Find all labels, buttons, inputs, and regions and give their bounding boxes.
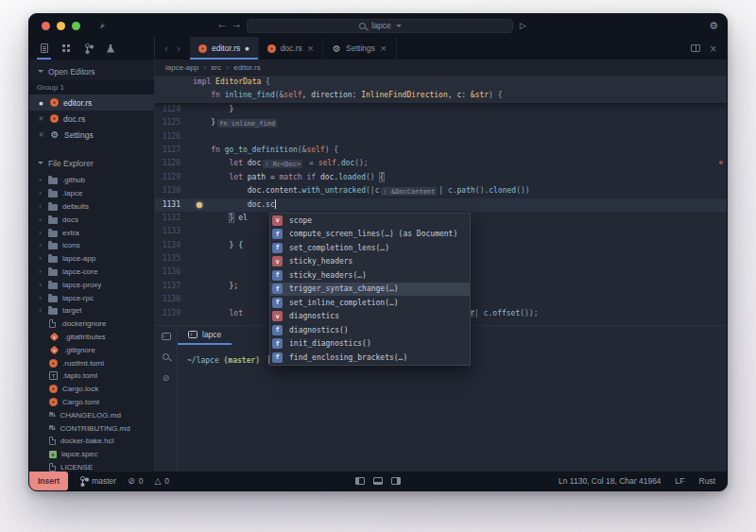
code-line[interactable]: 1128 let doc: Rc<Doc> = self.doc(); [155, 157, 727, 170]
warning-count[interactable]: △ 0 [154, 476, 169, 486]
activity-plugin[interactable] [60, 37, 72, 60]
folder-lapce-core[interactable]: ›lapce-core [29, 266, 154, 279]
open-editor-doc.rs[interactable]: ×doc.rs [29, 111, 154, 127]
file-Cargo.toml[interactable]: Cargo.toml [29, 396, 154, 409]
file-.dockerignore[interactable]: .dockerignore [29, 317, 154, 331]
cursor-position[interactable]: Ln 1130, Col 18, Char 41964 [558, 476, 662, 486]
tab-editor.rs[interactable]: editor.rs● [190, 37, 259, 60]
close-icon[interactable]: × [380, 43, 387, 53]
folder-icons[interactable]: ›icons [29, 239, 154, 252]
open-editors-header[interactable]: Open Editors [29, 62, 154, 80]
code-line[interactable]: 1131 doc.sc [155, 198, 727, 212]
file-CHANGELOG.md[interactable]: CHANGELOG.md [29, 408, 154, 421]
breadcrumb-item[interactable]: src [211, 63, 221, 72]
folder-extra[interactable]: ›extra [29, 226, 154, 239]
zoom-window-button[interactable] [72, 22, 80, 30]
panel-terminal-button[interactable] [162, 333, 171, 342]
panel-problems-button[interactable] [163, 373, 170, 383]
tab-nav-forward-icon[interactable]: › [177, 43, 180, 54]
folder-lapce-rpc[interactable]: ›lapce-rpc [29, 291, 154, 304]
back-arrow-icon[interactable]: ← [218, 21, 226, 30]
completion-item[interactable]: ftrigger_syntax_change(…) [270, 283, 470, 297]
git-branch-indicator[interactable]: master [79, 476, 116, 486]
breadcrumb-item[interactable]: lapce-app [165, 63, 198, 72]
code-line[interactable]: 1127 fn go_to_definition(&self) { [155, 144, 727, 157]
file-.gitattributes[interactable]: .gitattributes [29, 331, 154, 344]
activity-branch[interactable] [82, 37, 94, 60]
code-line[interactable]: 1124 } [155, 103, 727, 116]
command-palette-search[interactable]: lapce [247, 19, 513, 33]
run-button[interactable]: ▷ [520, 21, 526, 30]
close-icon[interactable]: × [307, 43, 315, 53]
toggle-bottom-panel-icon[interactable] [373, 477, 383, 485]
mode-badge[interactable]: Insert [29, 472, 68, 490]
chevron-down-icon [38, 70, 43, 73]
file-.gitignore[interactable]: .gitignore [29, 343, 154, 356]
file-CONTRIBUTING.md[interactable]: CONTRIBUTING.md [29, 421, 154, 435]
completion-item[interactable]: fdiagnostics() [270, 323, 470, 337]
code-line[interactable]: 1125 }fn inline_find [155, 116, 727, 129]
terminal-prompt-branch: (master) [224, 356, 261, 365]
panel-search-button[interactable] [162, 352, 170, 363]
completion-item[interactable]: vsticky_headers [270, 255, 470, 269]
file-docker-bake.hcl[interactable]: docker-bake.hcl [29, 435, 154, 448]
code-line[interactable]: 1130 doc.content.with_untracked(|c: &Doc… [155, 184, 727, 197]
file-Cargo.lock[interactable]: Cargo.lock [29, 383, 154, 396]
completion-item[interactable]: vscope [270, 214, 470, 228]
close-window-button[interactable] [42, 22, 50, 30]
file-LICENSE[interactable]: LICENSE [29, 461, 154, 472]
completion-item[interactable]: finit_diagnostics() [270, 337, 470, 352]
completion-item[interactable]: fcompute_screen_lines(…) (as Document) [270, 228, 470, 242]
file-explorer-header[interactable]: File Explorer [29, 154, 154, 172]
tab-Settings[interactable]: Settings× [323, 37, 396, 60]
terminal-tab[interactable]: lapce [178, 326, 232, 345]
activity-debug[interactable] [105, 37, 116, 60]
modified-dot[interactable]: ● [37, 100, 45, 106]
folder-.lapce[interactable]: ›.lapce [29, 187, 154, 200]
completion-item[interactable]: fsticky_headers(…) [270, 268, 470, 283]
open-editor-editor.rs[interactable]: ●editor.rs [29, 94, 154, 111]
gear-icon [50, 130, 60, 140]
minimize-window-button[interactable] [57, 22, 65, 30]
folder-.github[interactable]: ›.github [29, 174, 154, 187]
modified-dot[interactable]: ● [245, 45, 249, 51]
settings-gear-icon[interactable]: ⚙ [709, 20, 718, 32]
folder-lapce-app[interactable]: ›lapce-app [29, 252, 154, 266]
activity-file-explorer[interactable] [39, 37, 50, 60]
completion-item[interactable]: fset_inline_completion(…) [270, 296, 470, 310]
language-mode[interactable]: Rust [699, 476, 715, 486]
folder-defaults[interactable]: ›defaults [29, 200, 154, 214]
rust-icon [267, 44, 276, 53]
breadcrumb[interactable]: lapce-app›src›editor.rs [155, 60, 727, 76]
toggle-left-panel-icon[interactable] [355, 477, 365, 485]
close-icon[interactable]: × [37, 130, 45, 139]
completion-item[interactable]: ffind_enclosing_brackets(…) [270, 351, 470, 365]
forward-arrow-icon[interactable]: → [233, 21, 241, 30]
file-lapce.spec[interactable]: lapce.spec [29, 448, 154, 461]
completion-item[interactable]: fset_completion_lens(…) [270, 241, 470, 255]
error-count[interactable]: ⊘ 0 [128, 476, 143, 486]
line-number: 1127 [155, 144, 193, 157]
tab-doc.rs[interactable]: doc.rs× [259, 37, 324, 60]
line-ending[interactable]: LF [676, 476, 685, 486]
breadcrumb-item[interactable]: editor.rs [233, 63, 260, 72]
folder-lapce-proxy[interactable]: ›lapce-proxy [29, 278, 154, 291]
folder-icon [48, 191, 58, 197]
tab-nav-back-icon[interactable]: ‹ [164, 43, 168, 54]
open-editor-Settings[interactable]: ×Settings [29, 127, 154, 143]
lightbulb-icon[interactable] [197, 202, 202, 208]
file-.rustfmt.toml[interactable]: .rustfmt.toml [29, 356, 154, 369]
status-bar: Insert master ⊘ 0 △ 0 Ln 1130, Col 18, C… [29, 472, 727, 490]
close-editor-icon[interactable]: × [710, 43, 717, 54]
close-icon[interactable]: × [37, 114, 45, 123]
file-.taplo.toml[interactable]: .taplo.toml [29, 369, 154, 383]
split-editor-icon[interactable] [691, 44, 700, 52]
code-line[interactable]: 1126 [155, 130, 727, 144]
completion-item[interactable]: vdiagnostics [270, 310, 470, 324]
sticky-line[interactable]: impl EditorData { [155, 76, 727, 89]
sticky-line[interactable]: fn inline_find(&self, direction: InlineF… [155, 89, 727, 102]
toggle-right-panel-icon[interactable] [391, 477, 401, 485]
code-line[interactable]: 1129 let path = match if doc.loaded() { [155, 171, 727, 184]
folder-docs[interactable]: ›docs [29, 213, 154, 226]
folder-target[interactable]: ›target [29, 304, 154, 317]
